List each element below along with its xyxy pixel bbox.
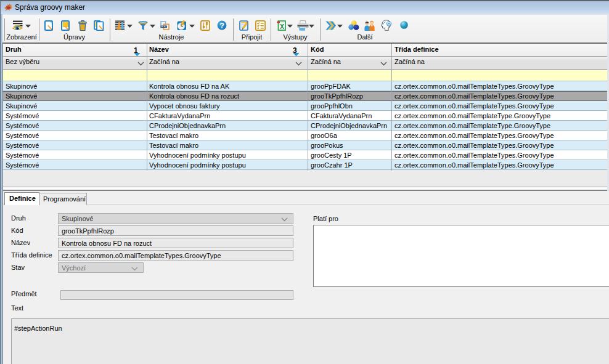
svg-text:X: X [280,23,284,30]
svg-text:?: ? [219,22,224,30]
